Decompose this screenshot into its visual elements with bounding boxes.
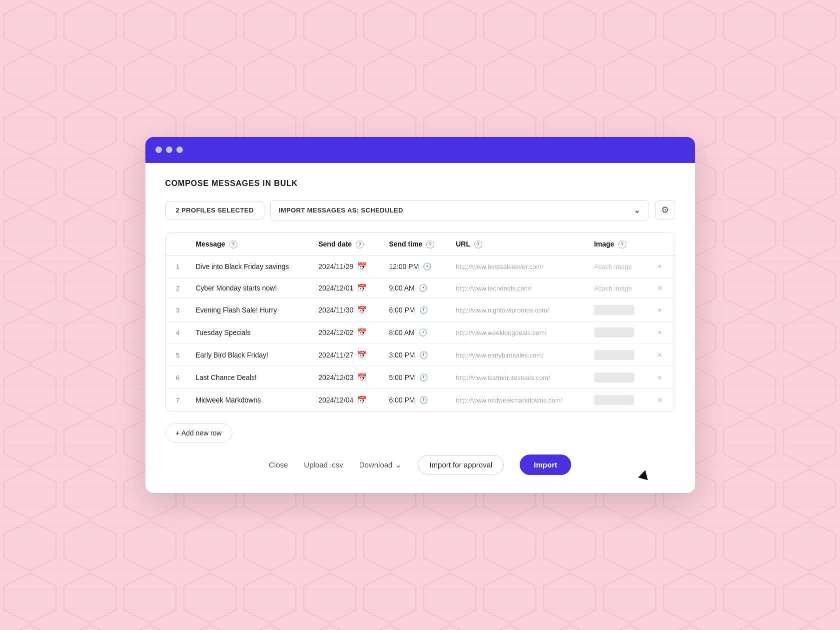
row-number: 4: [166, 322, 190, 344]
table-row: 1Dive into Black Friday savings2024/11/2…: [166, 256, 675, 278]
import-button[interactable]: Import: [520, 454, 571, 475]
date-value: 2024/11/30: [318, 306, 353, 314]
messages-table-wrapper: Message ? Send date ? Send time ? URL ?: [165, 232, 675, 412]
row-send-time: 8:00 AM🕐: [383, 322, 450, 344]
calendar-icon[interactable]: 📅: [357, 328, 367, 337]
date-value: 2024/12/02: [318, 328, 353, 336]
row-image[interactable]: Attach image: [588, 256, 649, 278]
page-title: COMPOSE MESSAGES IN BULK: [165, 179, 675, 188]
send-date-help-icon[interactable]: ?: [356, 240, 364, 248]
add-new-row-button[interactable]: + Add new row: [165, 424, 232, 442]
window-content: COMPOSE MESSAGES IN BULK 2 PROFILES SELE…: [145, 163, 695, 493]
import-mode-label: IMPORT MESSAGES AS: SCHEDULED: [279, 206, 403, 214]
row-url: http://www.midweekmarkdowns.com/: [450, 389, 588, 412]
clock-icon[interactable]: 🕐: [419, 284, 427, 292]
clock-icon[interactable]: 🕐: [419, 374, 428, 382]
row-message: Tuesday Specials: [190, 322, 313, 344]
calendar-icon[interactable]: 📅: [357, 284, 367, 292]
row-url: http://www.nightowlpromos.com/: [450, 299, 588, 322]
clock-icon[interactable]: 🕐: [423, 262, 431, 270]
row-send-date: 2024/12/03📅: [312, 366, 383, 389]
titlebar: [145, 137, 695, 163]
remove-row-button[interactable]: ×: [655, 262, 665, 272]
footer: Close Upload .csv Download ⌄ Import for …: [165, 446, 675, 475]
url-value: http://www.earlybirdsales.com/: [456, 352, 544, 359]
row-image[interactable]: Attach image: [588, 278, 649, 299]
gear-icon: ⚙: [661, 204, 669, 216]
row-send-date: 2024/12/01📅: [312, 278, 383, 299]
clock-icon[interactable]: 🕐: [419, 328, 427, 336]
table-header-row: Message ? Send date ? Send time ? URL ?: [166, 233, 675, 256]
row-image[interactable]: [588, 299, 649, 322]
table-row: 2Cyber Monday starts now!2024/12/01📅9:00…: [166, 278, 675, 299]
col-num: [166, 233, 190, 256]
row-image[interactable]: [588, 344, 649, 366]
table-row: 3Evening Flash Sale! Hurry2024/11/30📅6:0…: [166, 299, 675, 322]
remove-row-button[interactable]: ×: [655, 350, 665, 360]
row-send-time: 5:00 PM🕐: [383, 366, 450, 389]
clock-icon[interactable]: 🕐: [419, 396, 428, 404]
col-remove: [649, 233, 675, 256]
close-button[interactable]: Close: [269, 460, 288, 469]
calendar-icon[interactable]: 📅: [357, 306, 367, 314]
row-remove[interactable]: ×: [649, 344, 675, 366]
traffic-light-red[interactable]: [155, 146, 162, 153]
clock-icon[interactable]: 🕐: [419, 306, 428, 314]
upload-csv-button[interactable]: Upload .csv: [304, 460, 343, 469]
url-value: http://www.nightowlpromos.com/: [456, 306, 549, 314]
row-image[interactable]: [588, 366, 649, 389]
calendar-icon[interactable]: 📅: [357, 262, 367, 271]
settings-button[interactable]: ⚙: [655, 200, 675, 220]
download-chevron-icon: ⌄: [395, 460, 402, 470]
time-value: 8:00 AM: [389, 328, 414, 336]
row-number: 2: [166, 278, 190, 299]
date-value: 2024/11/29: [318, 262, 353, 270]
date-value: 2024/12/03: [318, 374, 353, 382]
col-url: URL ?: [450, 233, 588, 256]
row-send-time: 9:00 AM🕐: [383, 278, 450, 299]
remove-row-button[interactable]: ×: [655, 305, 665, 315]
row-image[interactable]: [588, 322, 649, 344]
calendar-icon[interactable]: 📅: [357, 373, 367, 382]
time-value: 3:00 PM: [389, 351, 415, 359]
traffic-light-yellow[interactable]: [166, 146, 172, 153]
row-remove[interactable]: ×: [649, 299, 675, 322]
remove-row-button[interactable]: ×: [655, 395, 665, 405]
time-value: 6:00 PM: [389, 306, 415, 314]
row-send-date: 2024/11/29📅: [312, 256, 383, 278]
remove-row-button[interactable]: ×: [655, 372, 665, 382]
calendar-icon[interactable]: 📅: [357, 350, 367, 360]
table-row: 7Midweek Markdowns2024/12/04📅6:00 PM🕐htt…: [166, 389, 675, 412]
import-for-approval-button[interactable]: Import for approval: [418, 455, 504, 474]
row-send-date: 2024/11/27📅: [312, 344, 383, 366]
send-time-help-icon[interactable]: ?: [426, 240, 434, 248]
row-message: Cyber Monday starts now!: [190, 278, 313, 299]
row-send-time: 3:00 PM🕐: [383, 344, 450, 366]
image-placeholder: [594, 350, 634, 360]
message-help-icon[interactable]: ?: [229, 240, 237, 248]
remove-row-button[interactable]: ×: [655, 328, 665, 338]
clock-icon[interactable]: 🕐: [419, 351, 428, 359]
image-placeholder: [594, 328, 634, 338]
url-help-icon[interactable]: ?: [474, 240, 482, 248]
import-mode-select[interactable]: IMPORT MESSAGES AS: SCHEDULED ⌄: [270, 200, 649, 220]
image-placeholder: [594, 395, 634, 405]
row-number: 6: [166, 366, 190, 389]
time-value: 6:00 PM: [389, 396, 415, 404]
row-remove[interactable]: ×: [649, 389, 675, 412]
row-remove[interactable]: ×: [649, 322, 675, 344]
chevron-down-icon: ⌄: [634, 206, 640, 215]
row-remove[interactable]: ×: [649, 366, 675, 389]
attach-image-label: Attach image: [594, 284, 632, 292]
image-help-icon[interactable]: ?: [618, 240, 626, 248]
url-value: http://www.midweekmarkdowns.com/: [456, 396, 562, 404]
calendar-icon[interactable]: 📅: [357, 396, 367, 404]
row-image[interactable]: [588, 389, 649, 412]
row-remove[interactable]: ×: [649, 256, 675, 278]
profiles-selected-badge: 2 PROFILES SELECTED: [165, 201, 264, 220]
row-remove[interactable]: ×: [649, 278, 675, 299]
row-send-date: 2024/11/30📅: [312, 299, 383, 322]
remove-row-button[interactable]: ×: [655, 283, 665, 293]
download-button[interactable]: Download ⌄: [359, 460, 402, 470]
traffic-light-green[interactable]: [176, 146, 183, 153]
